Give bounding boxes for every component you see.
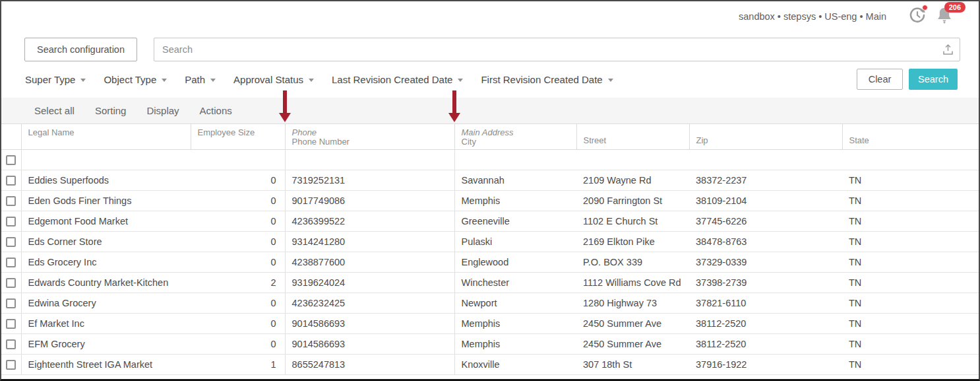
cell-employee-size: 0 [191,334,285,355]
column-header-street[interactable]: Street [576,124,689,150]
upload-icon[interactable] [942,44,954,55]
column-header-zip[interactable]: Zip [689,124,842,150]
row-checkbox[interactable] [6,278,16,288]
row-checkbox[interactable] [6,298,16,308]
history-icon[interactable] [909,7,926,26]
app-window: sandbox • stepsys • US-eng • Main 206 Se… [0,0,980,381]
column-header-legal-name[interactable]: Legal Name [21,124,191,150]
cell-zip: 38109-2104 [689,191,842,211]
cell-employee-size: 0 [191,211,285,232]
actions-button[interactable]: Actions [200,105,232,116]
cell-state: TN [842,170,979,191]
cell-city: Winchester [454,273,576,293]
cell-legal-name: Edgemont Food Market [21,211,191,232]
filter-last-revision-created-date[interactable]: Last Revision Created Date [332,74,463,85]
column-label: Employee Size [198,128,278,137]
cell-legal-name: Eds Grocery Inc [21,252,191,273]
column-label: Street [584,136,683,145]
cell-employee-size: 0 [191,293,285,314]
search-input[interactable] [154,38,960,61]
cell-legal-name: Eddies Superfoods [21,170,191,191]
clear-button[interactable]: Clear [857,69,903,90]
cell-street: 1102 E Church St [576,211,689,232]
cell-legal-name: Eden Gods Finer Things [21,191,191,211]
column-header-employee-size[interactable]: Employee Size [191,124,285,150]
results-table: Legal Name Employee Size Phone Phone Num… [1,123,979,375]
cell-state: TN [842,334,979,355]
cell-legal-name: Edwards Country Market-Kitchen [21,273,191,293]
notification-count-badge: 206 [944,2,965,13]
cell-employee-size: 0 [191,170,285,191]
cell-zip: 38112-2520 [689,314,842,334]
column-label: Zip [696,136,836,145]
search-configuration-button[interactable]: Search configuration [24,38,137,61]
filter-object-type[interactable]: Object Type [104,74,167,85]
cell-street: 2169 Elkton Pike [576,232,689,252]
cell-phone: 4236399522 [285,211,454,232]
table-row: Edwina Grocery04236232425Newport1280 Hig… [1,293,979,314]
filter-label: First Revision Created Date [481,74,602,85]
cell-city: Greeneville [454,211,576,232]
cell-zip: 38112-2520 [689,334,842,355]
select-all-checkbox[interactable] [6,155,16,165]
cell-street: 307 18th St [576,355,689,375]
cell-city: Englewood [454,252,576,273]
cell-zip: 37745-6226 [689,211,842,232]
row-checkbox[interactable] [6,319,16,329]
cell-employee-size: 0 [191,191,285,211]
table-row: Eden Gods Finer Things09017749086Memphis… [1,191,979,211]
row-checkbox[interactable] [6,258,16,267]
table-row: Edgemont Food Market04236399522Greenevil… [1,211,979,232]
cell-phone: 9014586693 [285,314,454,334]
search-button[interactable]: Search [909,69,958,90]
search-box [154,38,960,61]
topbar: sandbox • stepsys • US-eng • Main 206 [1,1,979,32]
chevron-down-icon [162,79,167,82]
table-header-row: Legal Name Employee Size Phone Phone Num… [1,124,979,150]
cell-city: Pulaski [454,232,576,252]
filter-row: Super Type Object Type Path Approval Sta… [25,68,979,90]
column-header-phone-number[interactable]: Phone Phone Number [285,124,454,150]
column-label: City [462,137,570,147]
filter-approval-status[interactable]: Approval Status [233,74,314,85]
row-checkbox[interactable] [6,217,16,226]
cell-legal-name: Edwina Grocery [21,293,191,314]
column-header-city[interactable]: Main Address City [454,124,576,150]
filter-super-type[interactable]: Super Type [25,74,86,85]
filter-label: Path [185,74,205,85]
notifications-bell[interactable]: 206 [936,7,952,27]
filter-path[interactable]: Path [185,74,216,85]
display-button[interactable]: Display [146,105,179,116]
cell-state: TN [842,314,979,334]
table-row: Eds Corner Store09314241280Pulaski2169 E… [1,232,979,252]
cell-zip: 38372-2237 [689,170,842,191]
row-checkbox[interactable] [6,360,16,370]
sorting-button[interactable]: Sorting [95,105,127,116]
table-row: Eds Grocery Inc04238877600EnglewoodP.O. … [1,252,979,273]
cell-city: Memphis [454,314,576,334]
row-checkbox[interactable] [6,176,16,186]
cell-phone: 9017749086 [285,191,454,211]
column-label: Legal Name [28,128,184,137]
cell-phone: 9319624024 [285,273,454,293]
select-all-button[interactable]: Select all [34,105,75,116]
row-checkbox[interactable] [6,196,16,206]
filter-label: Last Revision Created Date [332,74,452,85]
row-checkbox[interactable] [6,339,16,349]
cell-state: TN [842,232,979,252]
cell-employee-size: 1 [191,355,285,375]
select-all-row [1,150,979,170]
cell-phone: 4236232425 [285,293,454,314]
table-row: Edwards Country Market-Kitchen2931962402… [1,273,979,293]
filter-first-revision-created-date[interactable]: First Revision Created Date [481,74,613,85]
column-header-state[interactable]: State [842,124,979,150]
cell-street: 2090 Farrington St [576,191,689,211]
breadcrumb: sandbox • stepsys • US-eng • Main [739,11,886,22]
column-group-label: Phone [292,128,448,137]
filter-label: Approval Status [233,74,303,85]
row-checkbox[interactable] [6,237,16,247]
cell-zip: 37398-2739 [689,273,842,293]
chevron-down-icon [210,79,216,82]
column-label: Phone Number [292,137,448,147]
chevron-down-icon [458,79,463,82]
